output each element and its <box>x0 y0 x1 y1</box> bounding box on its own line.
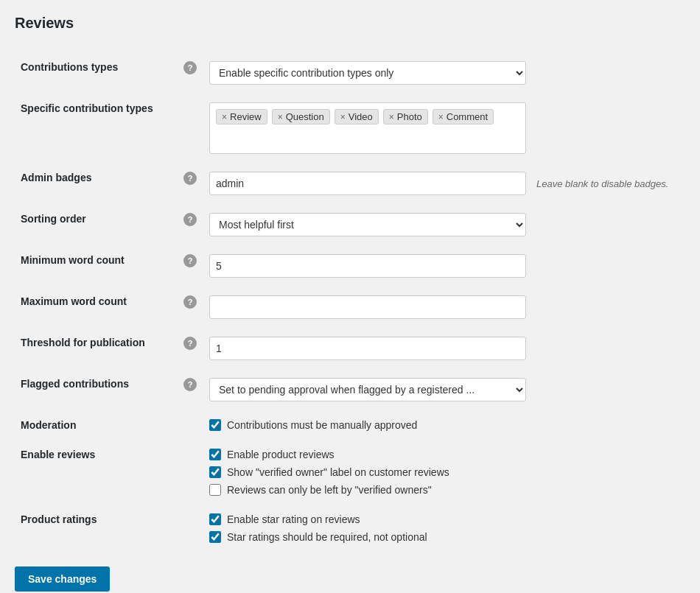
label-specific-contribution-types: Specific contribution types <box>15 94 177 163</box>
product-ratings-checkbox-row-1: Enable star rating on reviews <box>209 513 679 525</box>
enable-reviews-checkbox-row-2: Show "verified owner" label on customer … <box>209 466 679 478</box>
label-threshold-publication: Threshold for publication <box>15 328 177 369</box>
label-enable-reviews: Enable reviews <box>15 440 177 505</box>
enable-product-reviews-label: Enable product reviews <box>227 449 335 460</box>
save-changes-button[interactable]: Save changes <box>15 566 110 592</box>
row-minimum-word-count: Minimum word count ? <box>15 245 685 287</box>
help-icon-maximum-word-count[interactable]: ? <box>183 295 197 309</box>
page-title: Reviews <box>15 15 685 38</box>
reviews-verified-only-checkbox[interactable] <box>209 484 221 496</box>
show-verified-owner-label: Show "verified owner" label on customer … <box>227 466 449 478</box>
sorting-order-select[interactable]: Most helpful first Newest first Oldest f… <box>209 213 526 236</box>
help-icon-threshold-publication[interactable]: ? <box>183 337 197 350</box>
moderation-manual-label: Contributions must be manually approved <box>227 419 417 431</box>
label-moderation: Moderation <box>15 410 177 440</box>
row-product-ratings: Product ratings Enable star rating on re… <box>15 505 685 552</box>
help-icon-flagged-contributions[interactable]: ? <box>183 378 197 391</box>
tag-x-review[interactable]: × <box>222 112 227 122</box>
star-ratings-required-label: Star ratings should be required, not opt… <box>227 531 427 543</box>
tag-x-comment[interactable]: × <box>438 112 444 122</box>
admin-badges-hint: Leave blank to disable badges. <box>536 178 668 189</box>
flagged-contributions-select[interactable]: Set to pending approval when flagged by … <box>209 378 526 401</box>
label-maximum-word-count: Maximum word count <box>15 287 177 328</box>
tag-comment[interactable]: ×Comment <box>433 109 494 124</box>
row-flagged-contributions: Flagged contributions ? Set to pending a… <box>15 369 685 410</box>
label-product-ratings: Product ratings <box>15 505 177 552</box>
row-moderation: Moderation Contributions must be manuall… <box>15 410 685 440</box>
settings-table: Contributions types ? Enable specific co… <box>15 52 685 552</box>
tag-video[interactable]: ×Video <box>335 109 379 124</box>
star-ratings-required-checkbox[interactable] <box>209 531 221 543</box>
row-enable-reviews: Enable reviews Enable product reviews Sh… <box>15 440 685 505</box>
row-sorting-order: Sorting order ? Most helpful first Newes… <box>15 204 685 245</box>
contributions-types-select[interactable]: Enable specific contribution types only … <box>209 61 526 85</box>
row-specific-contribution-types: Specific contribution types ×Review ×Que… <box>15 94 685 163</box>
tag-x-video[interactable]: × <box>340 112 346 122</box>
moderation-manual-checkbox[interactable] <box>209 419 221 431</box>
threshold-publication-input[interactable] <box>209 337 526 360</box>
enable-reviews-checkbox-row-1: Enable product reviews <box>209 449 679 460</box>
row-maximum-word-count: Maximum word count ? <box>15 287 685 328</box>
tags-box: ×Review ×Question ×Video ×Photo ×Comment <box>209 102 526 154</box>
help-icon-admin-badges[interactable]: ? <box>183 172 197 185</box>
enable-product-reviews-checkbox[interactable] <box>209 449 221 460</box>
help-icon-minimum-word-count[interactable]: ? <box>183 254 197 267</box>
tag-question[interactable]: ×Question <box>272 109 330 124</box>
enable-star-rating-label: Enable star rating on reviews <box>227 513 360 525</box>
label-minimum-word-count: Minimum word count <box>15 245 177 287</box>
moderation-checkbox-row: Contributions must be manually approved <box>209 419 679 431</box>
tag-photo[interactable]: ×Photo <box>383 109 428 124</box>
enable-star-rating-checkbox[interactable] <box>209 513 221 525</box>
help-icon-contributions-types[interactable]: ? <box>183 61 197 74</box>
row-threshold-publication: Threshold for publication ? <box>15 328 685 369</box>
product-ratings-checkbox-row-2: Star ratings should be required, not opt… <box>209 531 679 543</box>
label-contributions-types: Contributions types <box>15 52 177 94</box>
admin-badges-input[interactable] <box>209 172 526 195</box>
tag-x-photo[interactable]: × <box>389 112 394 122</box>
maximum-word-count-input[interactable] <box>209 295 526 319</box>
tag-review[interactable]: ×Review <box>216 109 267 124</box>
row-admin-badges: Admin badges ? Leave blank to disable ba… <box>15 163 685 204</box>
show-verified-owner-checkbox[interactable] <box>209 466 221 478</box>
admin-badges-row: Leave blank to disable badges. <box>209 172 679 195</box>
label-sorting-order: Sorting order <box>15 204 177 245</box>
tag-x-question[interactable]: × <box>278 112 283 122</box>
label-flagged-contributions: Flagged contributions <box>15 369 177 410</box>
reviews-verified-only-label: Reviews can only be left by "verified ow… <box>227 484 432 496</box>
label-admin-badges: Admin badges <box>15 163 177 204</box>
enable-reviews-checkbox-row-3: Reviews can only be left by "verified ow… <box>209 484 679 496</box>
help-icon-sorting-order[interactable]: ? <box>183 213 197 226</box>
row-contributions-types: Contributions types ? Enable specific co… <box>15 52 685 94</box>
minimum-word-count-input[interactable] <box>209 254 526 278</box>
